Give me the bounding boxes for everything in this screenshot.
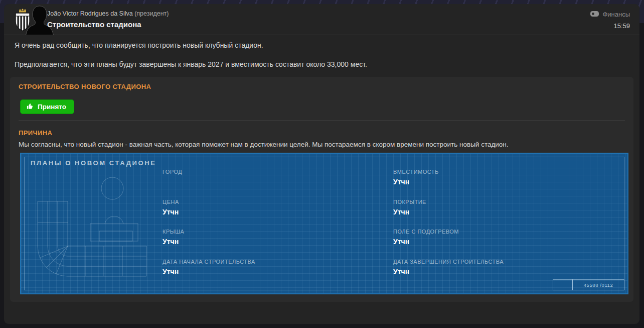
- inbox-message-panel: João Victor Rodrigues da Silva (президен…: [4, 4, 639, 324]
- reason-text: Мы согласны, что новый стадион - важная …: [19, 141, 509, 148]
- sender-name-line: João Victor Rodrigues da Silva (президен…: [47, 10, 169, 17]
- blueprint-title: ПЛАНЫ О НОВОМ СТАДИОНЕ: [31, 159, 156, 167]
- message-time: 15:59: [590, 22, 630, 30]
- blueprint-field-label: ГОРОД: [163, 169, 393, 175]
- message-category: Финансы: [590, 11, 630, 18]
- finances-icon: [590, 11, 599, 18]
- blueprint-field: ВМЕСТИМОСТЬУтчн: [393, 169, 624, 199]
- blueprint-field-value: Утчн: [393, 178, 624, 186]
- card-divider: [19, 121, 625, 121]
- stadium-plan-drawing: [21, 154, 172, 287]
- blueprint-field-label: ЦЕНА: [163, 199, 393, 205]
- blueprint-title-block: 45588 /0112: [553, 279, 624, 290]
- accept-button-label: Принято: [38, 103, 66, 111]
- category-label: Финансы: [602, 11, 630, 18]
- blueprint-field: ПОКРЫТИЕУтчн: [393, 199, 624, 229]
- blueprint-field: ДАТА НАЧАЛА СТРОИТЕЛЬСТВАУтчн: [163, 259, 393, 289]
- blueprint-field-label: ПОЛЕ С ПОДОГРЕВОМ: [393, 229, 624, 235]
- blueprint-field-label: ПОКРЫТИЕ: [393, 199, 624, 205]
- blueprint-field-value: Утчн: [393, 208, 624, 216]
- header-meta: Финансы 15:59: [590, 11, 630, 30]
- blueprint-fields: ГОРОДЦЕНАУтчнКРЫШАУтчнДАТА НАЧАЛА СТРОИТ…: [163, 169, 624, 288]
- blueprint-field: КРЫШАУтчн: [163, 229, 393, 259]
- blueprint-field-value: Утчн: [163, 268, 393, 276]
- blueprint-field-label: КРЫША: [163, 229, 393, 235]
- sender-role: (президент): [134, 10, 169, 17]
- blueprint-field-value: Утчн: [393, 268, 624, 276]
- blueprint-field-label: ДАТА ЗАВЕРШЕНИЯ СТРОИТЕЛЬСТВА: [393, 259, 624, 265]
- blueprint-field-value: Утчн: [163, 238, 393, 246]
- decision-card: СТРОИТЕЛЬСТВО НОВОГО СТАДИОНА Принято ПР…: [10, 77, 633, 302]
- blueprint-field: ПОЛЕ С ПОДОГРЕВОМУтчн: [393, 229, 624, 259]
- blueprint-field: ЦЕНАУтчн: [163, 199, 393, 229]
- blueprint-field-value: Утчн: [163, 208, 393, 216]
- accept-button[interactable]: Принято: [20, 99, 74, 114]
- section-title: СТРОИТЕЛЬСТВО НОВОГО СТАДИОНА: [19, 83, 151, 90]
- sender-name: João Victor Rodrigues da Silva: [47, 10, 133, 17]
- message-subject: Строительство стадиона: [47, 20, 169, 29]
- stadium-blueprint-panel: ПЛАНЫ О НОВОМ СТАДИОНЕ ГОРОДЦЕНАУтчнКРЫШ…: [20, 153, 628, 294]
- message-paragraph: Предполагается, что эти планы будут заве…: [15, 60, 639, 68]
- reason-title: ПРИЧИНА: [19, 129, 52, 137]
- message-titles: João Victor Rodrigues da Silva (президен…: [47, 10, 169, 29]
- blueprint-field-value: Утчн: [393, 238, 624, 246]
- message-paragraph: Я очень рад сообщить, что планируется по…: [15, 41, 639, 49]
- blueprint-field-label: ДАТА НАЧАЛА СТРОИТЕЛЬСТВА: [163, 259, 393, 265]
- blueprint-field-value: [163, 178, 393, 186]
- message-paragraphs: Я очень рад сообщить, что планируется по…: [4, 41, 639, 68]
- thumbs-up-icon: [26, 102, 34, 112]
- blueprint-stamp-box: [553, 279, 573, 290]
- message-header: João Victor Rodrigues da Silva (президен…: [4, 4, 639, 35]
- blueprint-field-label: ВМЕСТИМОСТЬ: [393, 169, 624, 175]
- blueprint-field: ГОРОД: [163, 169, 393, 199]
- blueprint-stamp-number: 45588 /0112: [572, 279, 624, 290]
